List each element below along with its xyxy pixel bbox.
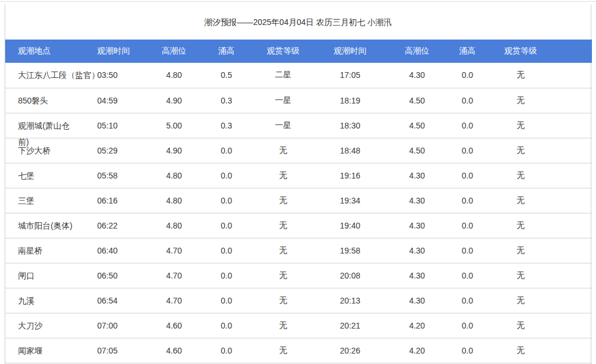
morning-grade-cell: 无 bbox=[258, 338, 308, 363]
col-header-evening-surge: 涌高 bbox=[442, 40, 493, 63]
location-text: 下沙大桥 bbox=[18, 142, 93, 159]
table-row: 大刀沙07:004.600.0无20:214.200.0无 bbox=[5, 313, 592, 338]
row-spacer-cell bbox=[548, 113, 592, 138]
col-header-spacer bbox=[548, 40, 592, 63]
location-text: 南星桥 bbox=[18, 242, 93, 259]
location-cell: 闸口 bbox=[5, 263, 93, 288]
location-text: 850磐头 bbox=[18, 92, 93, 109]
evening-grade-cell: 无 bbox=[493, 313, 548, 338]
page-top-divider bbox=[0, 1, 596, 2]
evening-high-tide-cell: 4.50 bbox=[392, 138, 442, 163]
morning-time-cell: 07:00 bbox=[93, 313, 154, 338]
row-spacer-cell bbox=[548, 263, 592, 288]
table-row: 下沙大桥05:294.900.0无18:484.500.0无 bbox=[5, 138, 592, 163]
location-text: 城市阳台(奥体) bbox=[18, 217, 93, 234]
morning-surge-cell: 0.3 bbox=[194, 113, 258, 138]
col-header-evening-grade: 观赏等级 bbox=[493, 40, 548, 63]
evening-time-cell: 17:05 bbox=[308, 63, 392, 88]
evening-surge-cell: 0.0 bbox=[442, 213, 493, 238]
morning-high-tide-cell: 4.80 bbox=[154, 63, 194, 88]
location-text: 观潮城(萧山仓 前) bbox=[18, 117, 93, 134]
row-spacer-cell bbox=[548, 63, 592, 88]
evening-high-tide-cell: 4.20 bbox=[392, 338, 442, 363]
evening-surge-cell: 0.0 bbox=[442, 163, 493, 188]
morning-time-cell: 05:29 bbox=[93, 138, 154, 163]
col-header-morning-high: 高潮位 bbox=[154, 40, 194, 63]
row-spacer-cell bbox=[548, 238, 592, 263]
table-row: 七堡05:584.800.0无19:164.300.0无 bbox=[5, 163, 592, 188]
morning-surge-cell: 0.0 bbox=[194, 238, 258, 263]
morning-high-tide-cell: 4.80 bbox=[154, 163, 194, 188]
evening-grade-cell: 无 bbox=[493, 88, 548, 113]
row-spacer-cell bbox=[548, 288, 592, 313]
evening-high-tide-cell: 4.30 bbox=[392, 263, 442, 288]
morning-high-tide-cell: 4.90 bbox=[154, 88, 194, 113]
evening-grade-cell: 无 bbox=[493, 213, 548, 238]
col-header-morning-time: 观潮时间 bbox=[93, 40, 154, 63]
morning-grade-cell: 无 bbox=[258, 313, 308, 338]
location-cell: 九溪 bbox=[5, 288, 93, 313]
tide-table-container: 潮汐预报——2025年04月04日 农历三月初七 小潮汛 观潮地点 观潮时间 高… bbox=[5, 5, 591, 364]
location-text: 七堡 bbox=[18, 167, 93, 184]
morning-time-cell: 07:05 bbox=[93, 338, 154, 363]
morning-high-tide-cell: 4.90 bbox=[154, 138, 194, 163]
evening-time-cell: 19:34 bbox=[308, 188, 392, 213]
evening-surge-cell: 0.0 bbox=[442, 113, 493, 138]
location-text: 大刀沙 bbox=[18, 317, 93, 334]
morning-surge-cell: 0.0 bbox=[194, 338, 258, 363]
table-header-row: 观潮地点 观潮时间 高潮位 涌高 观赏等级 观潮时间 高潮位 涌高 观赏等级 bbox=[5, 40, 592, 63]
morning-time-cell: 06:54 bbox=[93, 288, 154, 313]
morning-time-cell: 06:16 bbox=[93, 188, 154, 213]
row-spacer-cell bbox=[548, 213, 592, 238]
evening-high-tide-cell: 4.20 bbox=[392, 313, 442, 338]
table-row: 850磐头04:594.900.3一星18:194.500.0无 bbox=[5, 88, 592, 113]
evening-time-cell: 19:40 bbox=[308, 213, 392, 238]
evening-grade-cell: 无 bbox=[493, 188, 548, 213]
evening-surge-cell: 0.0 bbox=[442, 238, 493, 263]
morning-surge-cell: 0.0 bbox=[194, 263, 258, 288]
location-cell: 大江东八工段（盐官） bbox=[5, 63, 93, 88]
evening-grade-cell: 无 bbox=[493, 63, 548, 88]
table-body: 大江东八工段（盐官）03:504.800.5二星17:054.300.0无850… bbox=[5, 63, 592, 363]
evening-grade-cell: 无 bbox=[493, 138, 548, 163]
row-spacer-cell bbox=[548, 163, 592, 188]
location-cell: 闻家堰 bbox=[5, 338, 93, 363]
evening-high-tide-cell: 4.30 bbox=[392, 213, 442, 238]
morning-time-cell: 06:50 bbox=[93, 263, 154, 288]
col-header-evening-high: 高潮位 bbox=[392, 40, 442, 63]
table-row: 大江东八工段（盐官）03:504.800.5二星17:054.300.0无 bbox=[5, 63, 592, 88]
evening-surge-cell: 0.0 bbox=[442, 138, 493, 163]
table-row: 观潮城(萧山仓 前)05:105.000.3一星18:304.500.0无 bbox=[5, 113, 592, 138]
evening-grade-cell: 无 bbox=[493, 263, 548, 288]
morning-surge-cell: 0.0 bbox=[194, 138, 258, 163]
row-spacer-cell bbox=[548, 338, 592, 363]
table-row: 三堡06:164.800.0无19:344.300.0无 bbox=[5, 188, 592, 213]
location-cell: 三堡 bbox=[5, 188, 93, 213]
evening-surge-cell: 0.0 bbox=[442, 63, 493, 88]
evening-surge-cell: 0.0 bbox=[442, 288, 493, 313]
location-cell: 观潮城(萧山仓 前) bbox=[5, 113, 93, 138]
morning-grade-cell: 无 bbox=[258, 163, 308, 188]
evening-high-tide-cell: 4.30 bbox=[392, 188, 442, 213]
morning-grade-cell: 无 bbox=[258, 288, 308, 313]
tide-forecast-page: 潮汐预报——2025年04月04日 农历三月初七 小潮汛 观潮地点 观潮时间 高… bbox=[0, 0, 596, 364]
morning-grade-cell: 无 bbox=[258, 263, 308, 288]
morning-grade-cell: 无 bbox=[258, 138, 308, 163]
table-row: 城市阳台(奥体)06:224.800.0无19:404.300.0无 bbox=[5, 213, 592, 238]
evening-grade-cell: 无 bbox=[493, 163, 548, 188]
col-header-morning-grade: 观赏等级 bbox=[258, 40, 308, 63]
evening-surge-cell: 0.0 bbox=[442, 313, 493, 338]
morning-high-tide-cell: 4.70 bbox=[154, 288, 194, 313]
location-text: 三堡 bbox=[18, 192, 93, 209]
evening-grade-cell: 无 bbox=[493, 238, 548, 263]
morning-time-cell: 06:40 bbox=[93, 238, 154, 263]
morning-surge-cell: 0.0 bbox=[194, 288, 258, 313]
evening-grade-cell: 无 bbox=[493, 288, 548, 313]
morning-grade-cell: 无 bbox=[258, 238, 308, 263]
morning-grade-cell: 无 bbox=[258, 213, 308, 238]
evening-surge-cell: 0.0 bbox=[442, 88, 493, 113]
evening-high-tide-cell: 4.30 bbox=[392, 63, 442, 88]
morning-grade-cell: 一星 bbox=[258, 88, 308, 113]
col-header-morning-surge: 涌高 bbox=[194, 40, 258, 63]
evening-surge-cell: 0.0 bbox=[442, 338, 493, 363]
